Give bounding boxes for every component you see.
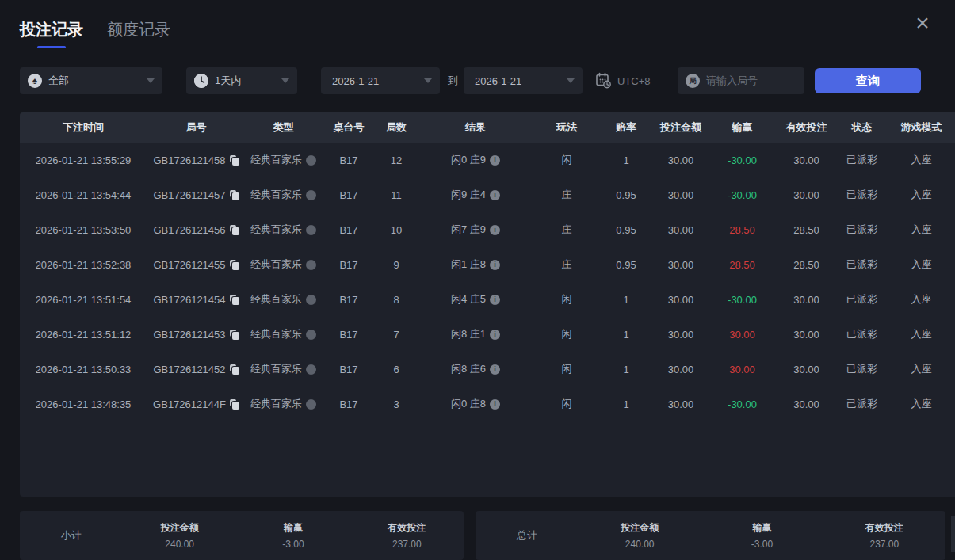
total-bet-amount: 投注金额 240.00: [579, 521, 701, 550]
close-icon[interactable]: ×: [909, 10, 936, 36]
cell-play: 庄: [535, 257, 598, 272]
records-table: 下注时间 局号 类型 桌台号 局数 结果 玩法 赔率 投注金额 输赢 有效投注 …: [20, 112, 955, 497]
date-from-value: 2026-1-21: [332, 75, 379, 87]
copy-icon[interactable]: [230, 399, 239, 410]
copy-icon[interactable]: [230, 295, 239, 305]
game-icon[interactable]: [306, 399, 316, 410]
date-from-dropdown[interactable]: 2026-1-21: [321, 67, 440, 94]
cell-win-loss: 30.00: [708, 329, 777, 341]
cell-game-type: 经典百家乐: [246, 327, 321, 341]
info-icon[interactable]: i: [490, 155, 500, 166]
cell-status: 已派彩: [836, 292, 888, 307]
info-icon[interactable]: i: [490, 295, 500, 305]
cell-bet-amount: 30.00: [654, 189, 708, 201]
date-to-dropdown[interactable]: 2026-1-21: [464, 67, 583, 94]
copy-icon[interactable]: [230, 364, 239, 375]
cell-game-type: 经典百家乐: [246, 188, 321, 202]
cell-game-mode: 入座: [888, 257, 955, 272]
cell-round-no: 12: [376, 154, 416, 166]
cell-play: 庄: [535, 223, 598, 237]
cell-table-no: B17: [321, 398, 376, 410]
cell-odds: 1: [598, 294, 654, 306]
cell-game-mode: 入座: [888, 397, 955, 411]
subtotal-title: 小计: [20, 528, 123, 543]
timezone-indicator[interactable]: UTC+8: [594, 67, 651, 94]
col-header-table-no: 桌台号: [321, 120, 376, 135]
cell-valid-bet: 30.00: [777, 294, 836, 306]
copy-icon[interactable]: [230, 225, 239, 235]
cell-valid-bet: 28.50: [777, 259, 836, 271]
col-header-game-type: 类型: [246, 120, 321, 135]
cell-table-no: B17: [321, 259, 376, 271]
game-icon[interactable]: [306, 260, 316, 270]
date-to-value: 2026-1-21: [475, 75, 521, 87]
copy-icon[interactable]: [230, 330, 239, 340]
chevron-down-icon: [424, 78, 432, 83]
cell-game-type: 经典百家乐: [246, 292, 321, 307]
info-icon[interactable]: i: [490, 260, 500, 270]
subtotal-panel: 小计 投注金额 240.00 输赢 -3.00 有效投注 237.00: [20, 511, 464, 560]
cell-win-loss: 28.50: [708, 224, 777, 236]
info-icon[interactable]: i: [490, 190, 500, 200]
info-icon[interactable]: i: [490, 225, 500, 235]
filter-bar: ♠ 全部 1天内 2026-1-21 到 2026-1-21: [20, 67, 935, 94]
copy-icon[interactable]: [230, 190, 239, 200]
chevron-down-icon: [281, 78, 289, 83]
cell-odds: 1: [598, 329, 654, 341]
round-number-input[interactable]: 局 请输入局号: [678, 67, 804, 94]
cell-round-id: GB1726121452: [147, 364, 246, 375]
game-icon[interactable]: [306, 364, 316, 375]
cell-play: 闲: [535, 153, 598, 167]
cell-odds: 1: [598, 398, 654, 410]
query-button[interactable]: 查询: [815, 68, 921, 93]
cell-round-id: GB1726121456: [147, 224, 246, 236]
cell-result: 闲1 庄8i: [416, 257, 535, 272]
cell-bet-time: 2026-01-21 13:48:35: [20, 398, 147, 410]
copy-icon[interactable]: [230, 260, 239, 270]
cell-table-no: B17: [321, 364, 376, 375]
table-row: 2026-01-21 13:48:35GB172612144F经典百家乐B173…: [20, 387, 955, 421]
cell-win-loss: -30.00: [708, 189, 777, 201]
cell-game-mode: 入座: [888, 362, 955, 376]
game-icon[interactable]: [306, 155, 316, 166]
game-icon[interactable]: [306, 225, 316, 235]
cell-round-no: 7: [376, 329, 416, 341]
info-icon[interactable]: i: [490, 364, 500, 375]
info-icon[interactable]: i: [490, 330, 500, 340]
game-icon[interactable]: [306, 330, 316, 340]
cell-bet-amount: 30.00: [654, 294, 708, 306]
info-icon[interactable]: i: [490, 399, 500, 410]
col-header-bet-time: 下注时间: [20, 120, 147, 135]
cell-result: 闲0 庄8i: [416, 397, 535, 411]
tab-quota-records[interactable]: 额度记录: [107, 19, 170, 48]
col-header-bet-amount: 投注金额: [654, 120, 708, 135]
cell-round-no: 10: [376, 224, 416, 236]
cell-table-no: B17: [321, 224, 376, 236]
game-type-value: 全部: [48, 74, 69, 88]
copy-icon[interactable]: [230, 155, 239, 166]
cell-play: 闲: [535, 292, 598, 307]
summary-bar: 小计 投注金额 240.00 输赢 -3.00 有效投注 237.00 总计 投…: [20, 511, 955, 560]
cell-valid-bet: 30.00: [777, 364, 836, 375]
cell-bet-time: 2026-01-21 13:51:54: [20, 294, 147, 306]
game-type-dropdown[interactable]: ♠ 全部: [20, 67, 162, 94]
cell-status: 已派彩: [836, 223, 888, 237]
cell-valid-bet: 30.00: [777, 398, 836, 410]
cell-play: 庄: [535, 188, 598, 202]
time-range-dropdown[interactable]: 1天内: [186, 67, 297, 94]
cell-round-id: GB172612144F: [147, 398, 246, 410]
tab-betting-records[interactable]: 投注记录: [20, 19, 83, 48]
cell-play: 闲: [535, 362, 598, 376]
game-icon[interactable]: [306, 190, 316, 200]
betting-records-dialog: 投注记录 额度记录 × ♠ 全部 1天内 2026-1-21 到 2026-1-…: [0, 0, 955, 560]
cell-bet-amount: 30.00: [654, 154, 708, 166]
cell-status: 已派彩: [836, 257, 888, 272]
game-icon[interactable]: [306, 295, 316, 305]
cell-bet-time: 2026-01-21 13:53:50: [20, 224, 147, 236]
cell-bet-amount: 30.00: [654, 398, 708, 410]
chevron-down-icon: [147, 78, 155, 83]
cell-table-no: B17: [321, 189, 376, 201]
cell-table-no: B17: [321, 154, 376, 166]
table-row: 2026-01-21 13:51:54GB1726121454经典百家乐B178…: [20, 282, 955, 317]
cell-game-mode: 入座: [888, 292, 955, 307]
